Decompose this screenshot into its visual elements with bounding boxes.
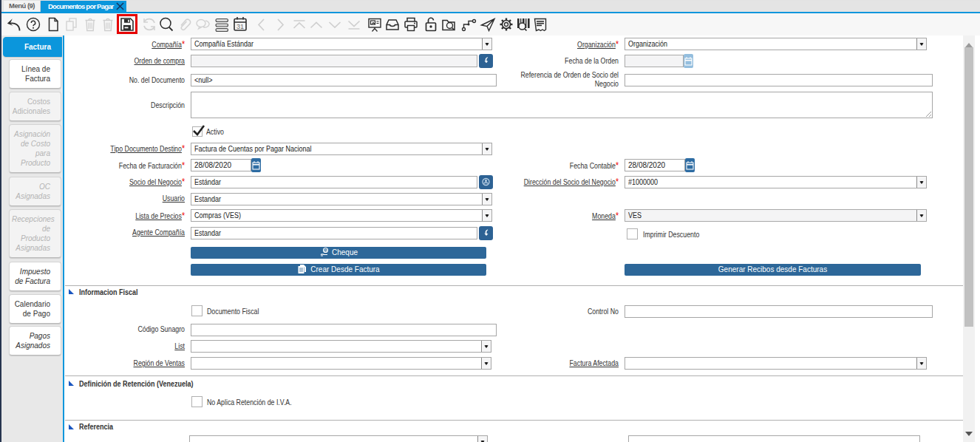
svg-text:31: 31: [237, 23, 244, 30]
svg-text:@: @: [324, 248, 328, 253]
